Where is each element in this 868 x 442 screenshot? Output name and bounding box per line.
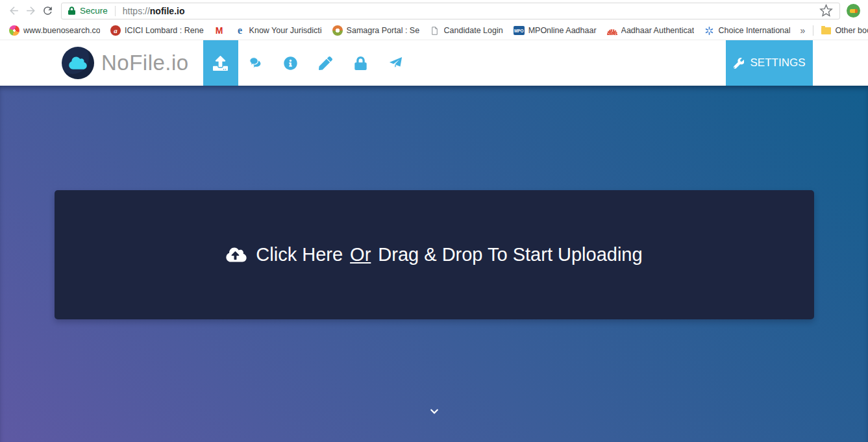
- bookmark-jurisdiction[interactable]: e Know Your Jurisdictio: [230, 23, 327, 38]
- bookmark-buenosearch[interactable]: www.buenosearch.co: [4, 23, 105, 38]
- pencil-icon: [319, 56, 332, 70]
- upload-dropzone[interactable]: Click Here Or Drag & Drop To Start Uploa…: [55, 190, 814, 319]
- back-icon: [8, 5, 20, 17]
- cloud-upload-icon: [225, 247, 247, 263]
- bookmarks-overflow-chevron[interactable]: »: [795, 25, 811, 36]
- bookmark-label: Know Your Jurisdictio: [249, 26, 322, 35]
- bookmark-samagra[interactable]: Samagra Portal : Sea: [327, 23, 425, 38]
- scroll-down-button[interactable]: [429, 407, 440, 419]
- pinwheel-favicon: [9, 25, 19, 36]
- brand-name: NoFile.io: [101, 51, 189, 75]
- omnibox-divider: [115, 6, 116, 16]
- info-icon: [284, 56, 297, 70]
- comments-icon: [249, 56, 262, 70]
- extension-icon[interactable]: [847, 4, 860, 18]
- header-spacer: [414, 40, 726, 86]
- cloud-icon: [68, 56, 88, 70]
- url-host: nofile.io: [150, 6, 185, 16]
- forward-button[interactable]: [22, 3, 39, 19]
- settings-label: SETTINGS: [750, 56, 805, 69]
- settings-button[interactable]: SETTINGS: [726, 40, 813, 86]
- logo-badge: [62, 47, 94, 79]
- address-bar[interactable]: Secure https://nofile.io: [61, 3, 840, 19]
- url-scheme: https://: [123, 6, 150, 16]
- upload-icon: [213, 56, 228, 71]
- forward-icon: [25, 5, 37, 17]
- secure-lock-icon: [68, 6, 75, 15]
- other-bookmarks-label: Other bookmarks: [835, 26, 868, 35]
- bookmark-icici[interactable]: a ICICI Lombard : Rene: [105, 23, 209, 38]
- extension-glyph: [850, 9, 858, 13]
- nav-share[interactable]: [378, 40, 414, 86]
- gmail-favicon: M: [214, 25, 225, 36]
- lock-icon: [354, 56, 367, 70]
- prompt-click-here: Click Here: [256, 244, 343, 265]
- site-logo[interactable]: NoFile.io: [62, 40, 189, 86]
- upload-prompt: Click Here Or Drag & Drop To Start Uploa…: [225, 244, 642, 265]
- refresh-button[interactable]: [39, 3, 56, 19]
- header-nav: [203, 40, 414, 86]
- nav-upload[interactable]: [203, 40, 238, 86]
- bookmark-choice[interactable]: Choice International: [699, 23, 795, 38]
- mponline-favicon: MPO: [514, 26, 525, 35]
- bookmarks-divider: [813, 25, 813, 36]
- other-bookmarks-button[interactable]: Other bookmarks: [816, 23, 868, 38]
- prompt-or: Or: [350, 244, 371, 265]
- icici-favicon: a: [110, 25, 121, 36]
- nav-info[interactable]: [273, 40, 308, 86]
- bookmark-star-icon[interactable]: [819, 4, 833, 18]
- chevron-down-icon: [429, 407, 440, 416]
- bookmark-gmail[interactable]: M: [209, 23, 230, 38]
- paper-plane-icon: [389, 56, 403, 70]
- bookmark-label: Choice International: [719, 26, 790, 35]
- browser-toolbar: Secure https://nofile.io: [0, 0, 868, 21]
- nav-privacy[interactable]: [343, 40, 378, 86]
- bookmark-candidate-login[interactable]: Candidate Login: [425, 23, 508, 38]
- bookmark-label: ICICI Lombard : Rene: [125, 26, 204, 35]
- bookmarks-bar: www.buenosearch.co a ICICI Lombard : Ren…: [0, 21, 868, 40]
- back-button[interactable]: [5, 3, 22, 19]
- url-text: https://nofile.io: [123, 6, 185, 16]
- bookmark-label: Samagra Portal : Sea: [347, 26, 419, 35]
- bookmark-label: Aadhaar Authenticat: [621, 26, 694, 35]
- hero-gradient: Click Here Or Drag & Drop To Start Uploa…: [0, 86, 868, 442]
- nav-edit[interactable]: [308, 40, 343, 86]
- bookmark-aadhaar[interactable]: Aadhaar Authenticat: [602, 23, 699, 38]
- wrench-icon: [733, 58, 744, 69]
- bookmark-mponline[interactable]: MPO MPOnline Aadhaar: [508, 23, 602, 38]
- security-label: Secure: [80, 6, 108, 16]
- bookmark-label: www.buenosearch.co: [23, 26, 100, 35]
- folder-icon: [821, 27, 831, 34]
- page-favicon: [430, 25, 440, 36]
- bookmark-label: Candidate Login: [444, 26, 503, 35]
- samagra-favicon: [332, 25, 343, 36]
- nav-comments[interactable]: [238, 40, 273, 86]
- prompt-rest: Drag & Drop To Start Uploading: [378, 244, 642, 265]
- asterisk-favicon: [704, 25, 715, 36]
- bookmark-label: MPOnline Aadhaar: [528, 26, 597, 35]
- e-favicon: e: [235, 25, 245, 36]
- aadhaar-favicon: [607, 25, 617, 36]
- refresh-icon: [42, 5, 54, 17]
- site-header: NoFile.io SETTINGS: [0, 40, 868, 86]
